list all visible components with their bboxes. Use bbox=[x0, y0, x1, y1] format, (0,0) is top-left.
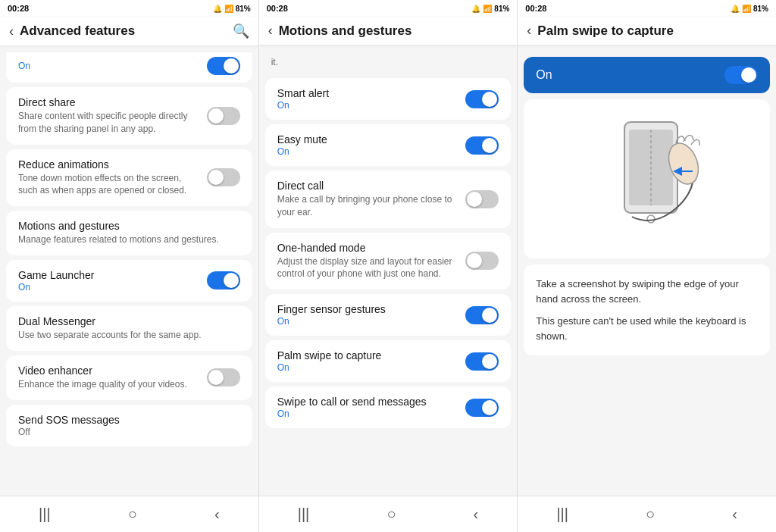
palm-swipe-toggle[interactable] bbox=[465, 352, 499, 371]
game-launcher-item[interactable]: Game Launcher On bbox=[6, 260, 252, 302]
direct-share-text: Direct share Share content with specific… bbox=[18, 96, 198, 136]
app-bar-2: ‹ Motions and gestures bbox=[259, 17, 518, 45]
video-enhancer-title: Video enhancer bbox=[18, 365, 198, 377]
swipe-call-toggle[interactable] bbox=[465, 399, 499, 417]
back-nav-button-3[interactable]: ‹ bbox=[732, 505, 737, 523]
motions-gestures-screen: 00:28 🔔 📶 81% ‹ Motions and gestures it.… bbox=[259, 0, 518, 532]
page-title-1: Advanced features bbox=[20, 23, 227, 39]
palm-on-row[interactable]: On bbox=[524, 57, 770, 93]
swipe-call-item[interactable]: Swipe to call or send messages On bbox=[265, 386, 512, 428]
swipe-call-text: Swipe to call or send messages On bbox=[277, 396, 457, 419]
palm-on-label: On bbox=[536, 68, 552, 82]
signal-icon: 📶 bbox=[224, 5, 233, 13]
recent-apps-button-1[interactable]: ||| bbox=[39, 505, 51, 523]
palm-illustration-box bbox=[524, 99, 770, 258]
direct-share-item[interactable]: Direct share Share content with specific… bbox=[6, 87, 252, 145]
battery-1: 81% bbox=[236, 5, 251, 13]
status-icons-2: 🔔 📶 81% bbox=[471, 5, 509, 13]
easy-mute-toggle[interactable] bbox=[465, 136, 499, 155]
content-3: On bbox=[518, 45, 776, 496]
reduce-animations-title: Reduce animations bbox=[18, 158, 198, 171]
one-handed-toggle[interactable] bbox=[465, 252, 499, 270]
reduce-animations-text: Reduce animations Tone down motion effec… bbox=[18, 158, 198, 198]
smart-alert-text: Smart alert On bbox=[277, 87, 457, 111]
direct-call-toggle[interactable] bbox=[465, 190, 499, 208]
description-2: This gesture can't be used while the key… bbox=[536, 314, 758, 343]
back-button-3[interactable]: ‹ bbox=[527, 23, 531, 39]
dual-messenger-text: Dual Messenger Use two separate accounts… bbox=[18, 315, 240, 342]
one-handed-item[interactable]: One-handed mode Adjust the display size … bbox=[265, 233, 512, 290]
back-button-1[interactable]: ‹ bbox=[9, 23, 14, 39]
home-button-1[interactable]: ○ bbox=[128, 505, 137, 523]
notification-icon-2: 🔔 bbox=[471, 5, 480, 13]
app-bar-3: ‹ Palm swipe to capture bbox=[518, 17, 776, 45]
status-icons-1: 🔔 📶 81% bbox=[213, 5, 251, 13]
finger-sensor-toggle[interactable] bbox=[465, 306, 499, 324]
game-launcher-title: Game Launcher bbox=[18, 269, 198, 281]
reduce-animations-item[interactable]: Reduce animations Tone down motion effec… bbox=[6, 149, 252, 207]
palm-swipe-screen: 00:28 🔔 📶 81% ‹ Palm swipe to capture On bbox=[518, 0, 776, 532]
finger-sensor-item[interactable]: Finger sensor gestures On bbox=[265, 294, 512, 336]
palm-swipe-text: Palm swipe to capture On bbox=[277, 349, 457, 373]
notification-icon-3: 🔔 bbox=[731, 5, 740, 13]
search-icon-1[interactable]: 🔍 bbox=[233, 23, 249, 39]
video-enhancer-subtitle: Enhance the image quality of your videos… bbox=[18, 378, 198, 391]
time-2: 00:28 bbox=[267, 4, 288, 13]
palm-swipe-item[interactable]: Palm swipe to capture On bbox=[265, 340, 512, 382]
smart-alert-item[interactable]: Smart alert On bbox=[265, 78, 512, 120]
dual-messenger-subtitle: Use two separate accounts for the same a… bbox=[18, 329, 240, 342]
page-title-2: Motions and gestures bbox=[279, 23, 508, 39]
direct-call-item[interactable]: Direct call Make a call by bringing your… bbox=[265, 171, 512, 228]
palm-swipe-main-toggle[interactable] bbox=[724, 66, 758, 84]
recent-apps-button-2[interactable]: ||| bbox=[298, 505, 310, 523]
easy-mute-title: Easy mute bbox=[277, 133, 457, 146]
one-handed-text: One-handed mode Adjust the display size … bbox=[277, 242, 457, 281]
time-1: 00:28 bbox=[8, 4, 29, 13]
palm-swipe-illustration bbox=[594, 114, 700, 243]
smart-alert-status: On bbox=[277, 100, 457, 111]
easy-mute-text: Easy mute On bbox=[277, 133, 457, 157]
nav-bar-1: ||| ○ ‹ bbox=[0, 496, 258, 532]
top-toggle[interactable] bbox=[207, 57, 240, 75]
home-button-3[interactable]: ○ bbox=[646, 505, 655, 523]
top-on-item[interactable]: On bbox=[6, 52, 252, 83]
reduce-animations-toggle[interactable] bbox=[207, 168, 240, 186]
easy-mute-item[interactable]: Easy mute On bbox=[265, 124, 512, 166]
dual-messenger-item[interactable]: Dual Messenger Use two separate accounts… bbox=[6, 306, 252, 351]
battery-3: 81% bbox=[753, 5, 768, 13]
dual-messenger-title: Dual Messenger bbox=[18, 315, 240, 327]
swipe-call-status: On bbox=[277, 408, 457, 419]
status-bar-3: 00:28 🔔 📶 81% bbox=[518, 0, 776, 17]
page-title-3: Palm swipe to capture bbox=[537, 23, 767, 39]
direct-call-subtitle: Make a call by bringing your phone close… bbox=[277, 193, 457, 219]
video-enhancer-item[interactable]: Video enhancer Enhance the image quality… bbox=[6, 355, 252, 400]
back-nav-button-2[interactable]: ‹ bbox=[474, 505, 479, 523]
status-bar-2: 00:28 🔔 📶 81% bbox=[259, 0, 518, 17]
notification-icon: 🔔 bbox=[213, 5, 222, 13]
back-nav-button-1[interactable]: ‹ bbox=[214, 505, 220, 523]
easy-mute-status: On bbox=[277, 146, 457, 157]
app-bar-1: ‹ Advanced features 🔍 bbox=[0, 17, 258, 45]
direct-call-text: Direct call Make a call by bringing your… bbox=[277, 180, 457, 219]
back-button-2[interactable]: ‹ bbox=[268, 23, 273, 39]
time-3: 00:28 bbox=[525, 4, 546, 13]
direct-share-toggle[interactable] bbox=[207, 107, 240, 125]
send-sos-item[interactable]: Send SOS messages Off bbox=[6, 405, 252, 446]
palm-swipe-status: On bbox=[277, 362, 457, 373]
recent-apps-button-3[interactable]: ||| bbox=[556, 505, 568, 523]
game-launcher-toggle[interactable] bbox=[207, 271, 240, 289]
game-launcher-text: Game Launcher On bbox=[18, 269, 198, 293]
one-handed-subtitle: Adjust the display size and layout for e… bbox=[277, 255, 457, 281]
top-on-label: On bbox=[18, 61, 30, 71]
smart-alert-toggle[interactable] bbox=[465, 90, 499, 108]
video-enhancer-toggle[interactable] bbox=[207, 368, 240, 386]
description-1: Take a screenshot by swiping the edge of… bbox=[536, 277, 758, 306]
motions-gestures-item[interactable]: Motions and gestures Manage features rel… bbox=[6, 211, 252, 255]
nav-bar-3: ||| ○ ‹ bbox=[518, 496, 776, 532]
one-handed-title: One-handed mode bbox=[277, 242, 457, 254]
advanced-features-screen: 00:28 🔔 📶 81% ‹ Advanced features 🔍 On D… bbox=[0, 0, 259, 532]
video-enhancer-text: Video enhancer Enhance the image quality… bbox=[18, 365, 198, 391]
send-sos-status: Off bbox=[18, 427, 240, 437]
palm-description-box: Take a screenshot by swiping the edge of… bbox=[524, 264, 770, 355]
home-button-2[interactable]: ○ bbox=[386, 505, 396, 523]
